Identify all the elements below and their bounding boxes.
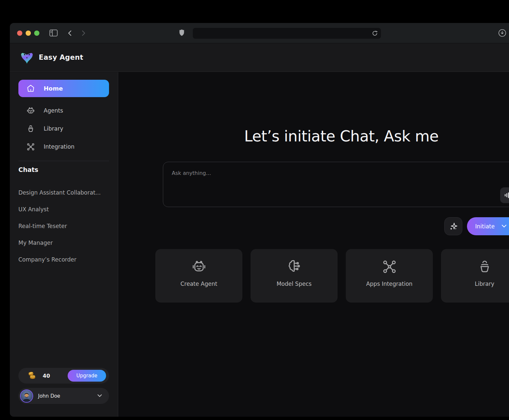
sidebar-item-integration[interactable]: Integration bbox=[18, 140, 109, 153]
back-icon[interactable] bbox=[68, 31, 72, 36]
page-title: Let’s initiate Chat, Ask me bbox=[163, 127, 509, 145]
sidebar-item-agents[interactable]: Agents bbox=[18, 104, 109, 117]
basket-icon bbox=[477, 259, 493, 275]
coins-icon bbox=[28, 371, 38, 381]
sidebar-item-library[interactable]: Library bbox=[18, 122, 109, 135]
profile-name: John Doe bbox=[38, 393, 60, 399]
sidebar-item-home[interactable]: Home bbox=[18, 80, 109, 97]
shield-icon[interactable] bbox=[179, 29, 185, 37]
chat-list: Design Assistant Collaborat... UX Analys… bbox=[18, 188, 114, 271]
brand-name: Easy Agent bbox=[39, 53, 83, 61]
apps-integration-card[interactable]: Apps Integration bbox=[346, 249, 433, 303]
credits-count: 40 bbox=[43, 373, 50, 379]
model-specs-card[interactable]: Model Specs bbox=[251, 249, 338, 303]
sidebar-divider bbox=[18, 161, 109, 161]
network-icon bbox=[26, 142, 35, 151]
browser-window: Easy Agent Home bbox=[10, 23, 509, 417]
basket-icon bbox=[26, 124, 35, 133]
sparkles-icon bbox=[449, 222, 458, 231]
waveform-icon bbox=[504, 191, 509, 199]
robot-icon bbox=[26, 106, 35, 115]
sidebar-nav: Home Agents bbox=[18, 80, 109, 158]
voice-input-button[interactable] bbox=[500, 187, 509, 203]
quick-action-cards: Create Agent Model Specs bbox=[155, 249, 509, 303]
network-icon bbox=[382, 259, 397, 275]
create-agent-card[interactable]: Create Agent bbox=[155, 249, 242, 303]
sidebar-item-label: Integration bbox=[44, 143, 75, 150]
initiate-button[interactable]: Initiate bbox=[467, 217, 509, 235]
chat-item[interactable]: Real-time Teseter bbox=[18, 221, 114, 231]
sidebar: Home Agents bbox=[10, 72, 118, 417]
sidebar-item-label: Library bbox=[44, 125, 63, 132]
chat-item[interactable]: My Manager bbox=[18, 238, 114, 248]
sidebar-toggle-icon[interactable] bbox=[49, 29, 58, 37]
app-header: Easy Agent bbox=[10, 43, 509, 72]
profile-menu[interactable]: John Doe bbox=[18, 388, 109, 404]
refresh-icon[interactable] bbox=[372, 30, 378, 36]
brain-circuit-icon bbox=[286, 259, 302, 275]
enhance-prompt-button[interactable] bbox=[444, 217, 462, 235]
card-label: Apps Integration bbox=[366, 281, 412, 287]
ask-input[interactable] bbox=[163, 162, 509, 207]
download-icon[interactable] bbox=[498, 29, 506, 37]
initiate-label: Initiate bbox=[475, 223, 495, 230]
john-doe-avatar bbox=[20, 389, 33, 403]
easy-agent-logo bbox=[20, 50, 34, 65]
chat-item[interactable]: UX Analyst bbox=[18, 204, 114, 214]
chat-item[interactable]: Company’s Recorder bbox=[18, 255, 114, 264]
forward-icon[interactable] bbox=[82, 31, 85, 36]
ask-box bbox=[163, 162, 509, 207]
sidebar-item-label: Agents bbox=[44, 107, 63, 114]
browser-toolbar bbox=[10, 23, 509, 43]
sidebar-item-label: Home bbox=[44, 85, 63, 92]
chat-item[interactable]: Design Assistant Collaborat... bbox=[18, 188, 114, 198]
chevron-down-icon bbox=[502, 225, 506, 228]
zoom-window-button[interactable] bbox=[34, 31, 39, 36]
upgrade-button[interactable]: Upgrade bbox=[68, 370, 106, 382]
close-window-button[interactable] bbox=[17, 31, 22, 36]
robot-icon bbox=[191, 259, 207, 275]
card-label: Library bbox=[475, 281, 494, 287]
url-bar[interactable] bbox=[193, 28, 381, 39]
card-label: Create Agent bbox=[180, 281, 217, 287]
chevron-down-icon bbox=[98, 394, 102, 397]
library-card[interactable]: Library bbox=[441, 249, 509, 303]
card-label: Model Specs bbox=[277, 281, 312, 287]
main-content: Let’s initiate Chat, Ask me bbox=[119, 72, 509, 417]
credits-pill: 40 Upgrade bbox=[18, 368, 109, 384]
home-icon bbox=[26, 84, 35, 93]
minimize-window-button[interactable] bbox=[26, 31, 31, 36]
chats-heading: Chats bbox=[18, 166, 38, 173]
